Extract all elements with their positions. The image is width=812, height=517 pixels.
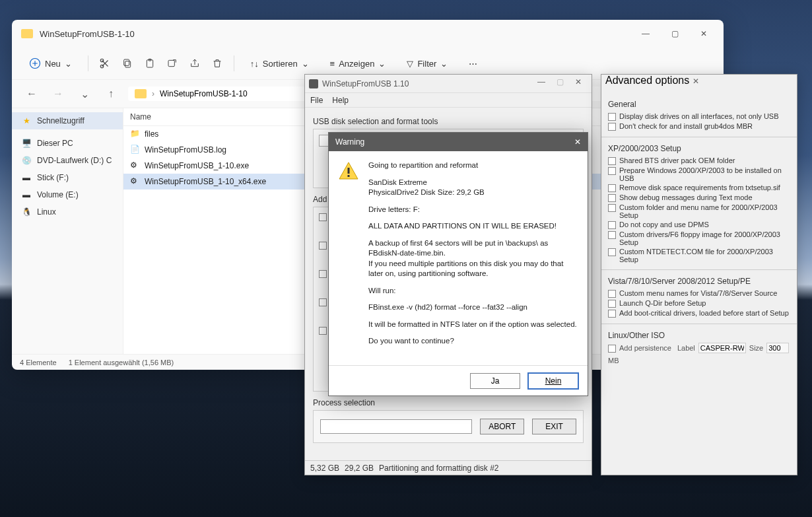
divider — [88, 55, 88, 71]
yes-button[interactable]: Ja — [470, 373, 520, 389]
disc-icon: 💿 — [21, 155, 32, 166]
checkbox[interactable] — [608, 167, 616, 175]
usb-section-label: USB disk selection and format tools — [313, 117, 584, 126]
sidebar-item-volume-e[interactable]: ▬Volume (E:) — [12, 186, 123, 203]
delete-icon[interactable] — [211, 57, 223, 69]
close-button[interactable]: ✕ — [569, 77, 588, 90]
checkbox[interactable] — [608, 231, 616, 239]
col-name-header[interactable]: Name — [130, 112, 295, 121]
checkbox[interactable] — [608, 113, 616, 121]
checkbox[interactable] — [608, 221, 616, 229]
view-button[interactable]: ≡Anzeigen⌄ — [325, 55, 391, 73]
exe-icon: ⚙ — [130, 160, 141, 171]
section-xp-label: XP/2000/2003 Setup — [608, 144, 790, 153]
abort-button[interactable]: ABORT — [480, 419, 524, 434]
status-size2: 29,2 GB — [345, 464, 374, 473]
svg-rect-9 — [348, 175, 350, 177]
svg-rect-4 — [124, 59, 129, 65]
paste-icon[interactable] — [144, 57, 156, 69]
close-button[interactable]: ✕ — [574, 137, 581, 147]
recent-button[interactable]: ⌄ — [75, 85, 94, 103]
more-button[interactable]: ⋯ — [463, 55, 483, 73]
folder-icon: 📁 — [130, 129, 141, 139]
checkbox[interactable] — [608, 184, 616, 192]
sidebar-item-dvd[interactable]: 💿DVD-Laufwerk (D:) C — [12, 152, 123, 169]
warning-titlebar[interactable]: Warning ✕ — [329, 133, 588, 151]
back-button[interactable]: ← — [22, 85, 41, 103]
status-selection: 1 Element ausgewählt (1,56 MB) — [69, 359, 174, 366]
status-msg: Partitioning and formatting disk #2 — [379, 464, 498, 473]
checkbox[interactable] — [319, 213, 327, 221]
checkbox[interactable] — [608, 194, 616, 202]
warning-title: Warning — [335, 137, 574, 147]
svg-rect-8 — [348, 168, 350, 174]
checkbox[interactable] — [608, 290, 616, 298]
checkbox[interactable] — [319, 327, 327, 335]
checkbox[interactable] — [608, 310, 616, 318]
status-count: 4 Elemente — [20, 359, 57, 366]
up-button[interactable]: ↑ — [102, 85, 120, 103]
size-unit: MB — [608, 357, 619, 364]
menu-help[interactable]: Help — [332, 96, 349, 105]
warning-buttons: Ja Nein — [329, 365, 588, 396]
new-button[interactable]: Neu ⌄ — [24, 53, 77, 73]
sidebar-item-quickaccess[interactable]: ★Schnellzugriff — [12, 112, 123, 129]
window-title: Advanced options — [605, 75, 689, 86]
exit-button[interactable]: EXIT — [532, 419, 576, 434]
sort-button[interactable]: ↑↓Sortieren⌄ — [245, 55, 314, 73]
checkbox[interactable] — [608, 345, 616, 353]
process-group: ABORT EXIT — [313, 410, 584, 443]
progress-bar — [320, 419, 472, 434]
checkbox[interactable] — [608, 248, 616, 256]
copy-icon[interactable] — [121, 57, 133, 69]
checkbox[interactable] — [319, 242, 327, 250]
process-section-label: Process selection — [313, 398, 584, 407]
svg-rect-3 — [125, 61, 131, 67]
checkbox[interactable] — [319, 298, 327, 306]
size-input[interactable] — [766, 343, 789, 353]
window-title: WinSetupFromUSB-1-10 — [40, 29, 631, 39]
rename-icon[interactable] — [166, 57, 178, 69]
filter-button[interactable]: ▽Filter⌄ — [401, 55, 453, 73]
forward-button[interactable]: → — [49, 85, 67, 103]
share-icon[interactable] — [189, 57, 201, 69]
wsfu-statusbar: 5,32 GB 29,2 GB Partitioning and formatt… — [305, 460, 592, 475]
app-icon — [309, 79, 318, 88]
tux-icon: 🐧 — [21, 207, 32, 217]
pc-icon: 🖥️ — [21, 138, 32, 149]
checkbox[interactable] — [608, 204, 616, 212]
checkbox[interactable] — [608, 123, 616, 131]
explorer-sidebar: ★Schnellzugriff 🖥️Dieser PC 💿DVD-Laufwer… — [12, 108, 123, 354]
close-button[interactable]: ✕ — [689, 23, 718, 44]
cut-icon[interactable] — [99, 57, 111, 69]
menu-file[interactable]: File — [310, 96, 323, 105]
star-icon: ★ — [21, 116, 32, 126]
maximize-button[interactable]: ▢ — [660, 23, 689, 44]
svg-rect-7 — [168, 60, 174, 66]
checkbox[interactable] — [319, 270, 327, 278]
size-caption: Size — [749, 344, 763, 352]
minimize-button[interactable]: — — [532, 77, 551, 90]
drive-icon: ▬ — [21, 190, 32, 200]
adv-titlebar[interactable]: Advanced options ✕ — [601, 75, 797, 93]
label-input[interactable] — [698, 343, 746, 353]
new-label: Neu — [45, 59, 61, 69]
filter-icon: ▽ — [407, 59, 413, 69]
wsfu-titlebar[interactable]: WinSetupFromUSB 1.10 — ▢ ✕ — [305, 75, 592, 93]
warning-dialog: Warning ✕ Going to repartition and refor… — [328, 132, 588, 396]
explorer-titlebar[interactable]: WinSetupFromUSB-1-10 — ▢ ✕ — [12, 20, 724, 48]
no-button[interactable]: Nein — [528, 373, 578, 389]
checkbox[interactable] — [608, 157, 616, 165]
section-vista-label: Vista/7/8/10/Server 2008/2012 Setup/PE — [608, 277, 790, 286]
checkbox[interactable] — [608, 300, 616, 308]
sidebar-item-thispc[interactable]: 🖥️Dieser PC — [12, 135, 123, 152]
sidebar-item-linux[interactable]: 🐧Linux — [12, 203, 123, 221]
close-button[interactable]: ✕ — [693, 77, 699, 86]
chevron-down-icon: ⌄ — [65, 59, 72, 69]
minimize-button[interactable]: — — [631, 23, 660, 44]
maximize-button[interactable]: ▢ — [551, 77, 569, 90]
section-general-label: General — [608, 100, 790, 109]
sidebar-item-stick-f[interactable]: ▬Stick (F:) — [12, 169, 123, 186]
exe-icon: ⚙ — [130, 176, 141, 187]
breadcrumb-label: WinSetupFromUSB-1-10 — [160, 89, 248, 98]
